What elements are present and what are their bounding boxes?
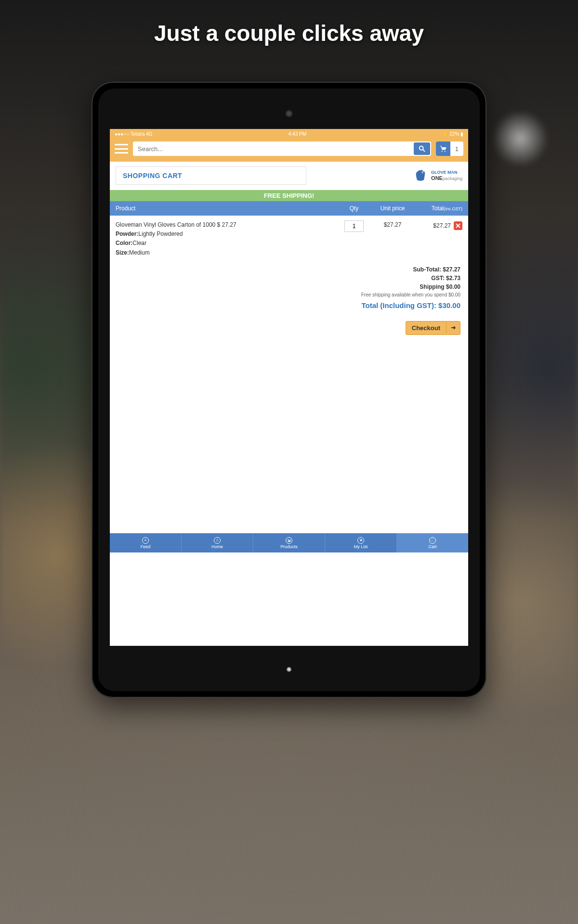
gst: GST: $2.73 xyxy=(431,275,460,282)
shipping-note: Free shipping available when you spend $… xyxy=(118,291,460,298)
menu-button[interactable] xyxy=(115,144,128,154)
remove-button[interactable] xyxy=(454,221,462,230)
line-total: $27.27 xyxy=(433,222,451,229)
svg-line-1 xyxy=(423,150,425,152)
glove-icon xyxy=(412,168,429,183)
nav-cart-icon: 🛒 xyxy=(429,537,436,544)
svg-point-5 xyxy=(422,172,423,173)
subtotal: Sub-Total: $27.27 xyxy=(413,266,460,273)
search-wrap xyxy=(133,141,431,156)
bottom-nav: ≡ Feed ⌂ Home ◒ Products ★ My List 🛒 xyxy=(110,533,468,552)
nav-products[interactable]: ◒ Products xyxy=(253,533,325,552)
svg-point-2 xyxy=(441,151,442,152)
search-icon xyxy=(418,145,426,153)
nav-mylist[interactable]: ★ My List xyxy=(325,533,397,552)
free-shipping-banner: FREE SHIPPING! xyxy=(110,190,468,201)
arrow-right-icon xyxy=(446,322,460,334)
quantity-input[interactable] xyxy=(344,220,364,232)
search-button[interactable] xyxy=(414,142,430,155)
grand-total: Total (Including GST): $30.00 xyxy=(110,298,468,312)
cart-button[interactable]: 1 xyxy=(436,141,463,156)
product-name[interactable]: Gloveman Vinyl Gloves Carton of 1000 $ 2… xyxy=(116,220,337,230)
th-total: Total(Inc.GST) xyxy=(414,205,462,212)
product-details: Gloveman Vinyl Gloves Carton of 1000 $ 2… xyxy=(116,220,337,257)
th-qty: Qty xyxy=(337,205,371,212)
cart-icon xyxy=(439,144,447,153)
tablet-home-button[interactable] xyxy=(287,667,291,672)
cart-count: 1 xyxy=(450,145,463,153)
table-row: Gloveman Vinyl Gloves Carton of 1000 $ 2… xyxy=(110,216,468,262)
table-header: Product Qty Unit price Total(Inc.GST) xyxy=(110,201,468,216)
nav-home[interactable]: ⌂ Home xyxy=(182,533,253,552)
title-row: SHOPPING CART GLOVE MAN ONEpackaging xyxy=(110,162,468,190)
status-bar: ●●●○○ Telstra 4G 4:43 PM ⚡ 22% ▮ xyxy=(110,129,468,139)
svg-point-0 xyxy=(419,146,423,150)
search-input[interactable] xyxy=(133,141,413,156)
shipping: Shipping $0.00 xyxy=(420,283,460,290)
totals-block: Sub-Total: $27.27 GST: $2.73 Shipping $0… xyxy=(110,262,468,298)
home-icon: ⌂ xyxy=(214,537,221,544)
status-carrier: ●●●○○ Telstra 4G xyxy=(115,131,152,137)
nav-cart[interactable]: 🛒 Cart xyxy=(397,533,468,552)
status-battery: ⚡ 22% ▮ xyxy=(442,131,463,137)
th-unit: Unit price xyxy=(371,205,414,212)
svg-point-3 xyxy=(444,151,445,152)
brand-logo[interactable]: GLOVE MAN ONEpackaging xyxy=(412,168,462,183)
products-icon: ◒ xyxy=(286,537,292,544)
close-icon xyxy=(456,223,460,228)
unit-price: $27.27 xyxy=(371,220,414,228)
mylist-icon: ★ xyxy=(357,537,364,544)
feed-icon: ≡ xyxy=(142,537,149,544)
app-header: 1 xyxy=(110,139,468,162)
status-time: 4:43 PM xyxy=(289,131,306,137)
app-screen: ●●●○○ Telstra 4G 4:43 PM ⚡ 22% ▮ xyxy=(110,129,468,646)
tablet-camera xyxy=(285,110,293,117)
hero-title: Just a couple clicks away xyxy=(0,0,578,46)
tablet-frame: ●●●○○ Telstra 4G 4:43 PM ⚡ 22% ▮ xyxy=(92,82,486,698)
checkout-label: Checkout xyxy=(406,321,446,334)
page-title: SHOPPING CART xyxy=(116,167,306,185)
nav-feed[interactable]: ≡ Feed xyxy=(110,533,182,552)
checkout-button[interactable]: Checkout xyxy=(406,321,460,335)
th-product: Product xyxy=(116,205,337,212)
brand-text: GLOVE MAN ONEpackaging xyxy=(431,170,462,181)
